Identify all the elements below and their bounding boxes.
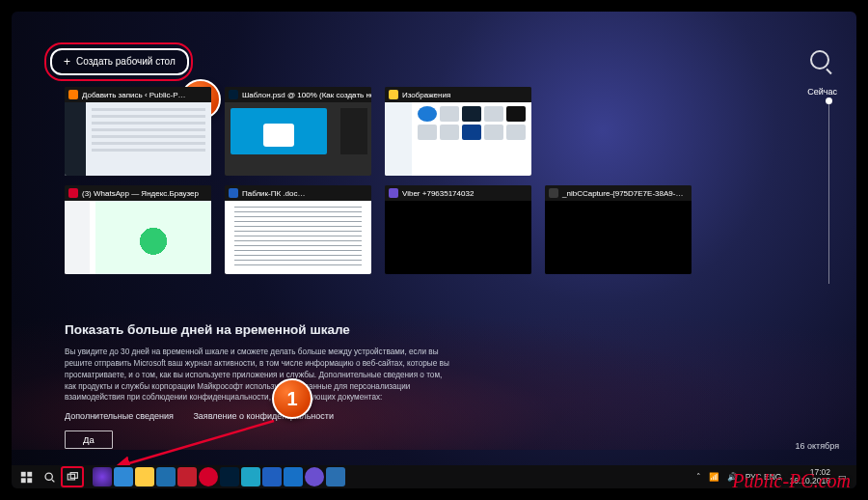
svg-rect-0	[20, 471, 25, 476]
plus-icon: +	[64, 56, 70, 68]
card-viber[interactable]: Viber +79635174032	[385, 185, 531, 274]
thumb-word	[225, 201, 371, 274]
card-photoshop[interactable]: Шаблон.psd @ 100% (Как создать несколько…	[225, 87, 371, 176]
taskbar-app-viber[interactable]	[305, 467, 324, 486]
taskbar-app-word[interactable]	[262, 467, 282, 486]
card-yandex[interactable]: (3) WhatsApp — Яндекс.Браузер	[65, 185, 211, 274]
taskbar-app-2[interactable]	[114, 467, 133, 486]
promo-link-privacy[interactable]: Заявление о конфиденциальности	[193, 411, 334, 421]
card-word[interactable]: Паблик-ПК .doc…	[225, 185, 371, 274]
new-desktop-button[interactable]: + Создать рабочий стол	[50, 48, 189, 75]
svg-rect-7	[70, 472, 77, 478]
thumb-capture	[545, 201, 692, 274]
svg-line-5	[51, 479, 53, 481]
task-view-screen: + Создать рабочий стол 2 Сейчас 16 октяб…	[12, 12, 856, 488]
thumb-explorer	[385, 102, 531, 176]
timeline-date: 16 октября	[796, 441, 839, 451]
svg-rect-3	[27, 478, 32, 483]
timeline-now-label: Сейчас	[807, 87, 837, 97]
timeline-cards-grid: Добавить запись ‹ Public-P… Шаблон.psd @…	[65, 87, 692, 274]
task-view-button[interactable]	[62, 467, 83, 486]
thumb-photoshop	[225, 102, 371, 176]
yandex-icon	[68, 188, 78, 198]
firefox-icon	[68, 90, 78, 99]
timeline-promo: Показать больше дней на временной шкале …	[65, 322, 470, 449]
taskbar-app-opera[interactable]	[177, 467, 197, 486]
taskbar-app-explorer[interactable]	[135, 467, 154, 486]
viber-icon	[389, 188, 398, 198]
explorer-icon	[389, 90, 398, 99]
promo-link-more[interactable]: Дополнительные сведения	[65, 411, 174, 421]
search-button[interactable]	[39, 467, 60, 486]
thumb-yandex	[65, 201, 211, 274]
thumb-viber	[385, 201, 531, 274]
svg-point-4	[45, 473, 52, 480]
search-icon[interactable]	[810, 50, 829, 69]
taskbar: ˄ 📶 🔊 РУС ENG 17:02 16.10.2018 ▭	[12, 465, 856, 488]
word-icon	[229, 188, 238, 198]
promo-yes-button[interactable]: Да	[65, 431, 113, 449]
start-button[interactable]	[15, 467, 37, 486]
tray-chevron-icon[interactable]: ˄	[696, 472, 701, 482]
taskbar-app-mail[interactable]	[284, 467, 303, 486]
annotation-badge-1: 1	[272, 378, 312, 419]
promo-title: Показать больше дней на временной шкале	[65, 322, 470, 339]
taskbar-app-ps[interactable]	[220, 467, 239, 486]
taskbar-app-yandex[interactable]	[199, 467, 218, 486]
svg-rect-6	[68, 474, 74, 480]
card-firefox[interactable]: Добавить запись ‹ Public-P…	[65, 87, 211, 176]
svg-rect-1	[27, 471, 32, 476]
photoshop-icon	[229, 90, 238, 99]
taskbar-app-chat[interactable]	[241, 467, 260, 486]
promo-body: Вы увидите до 30 дней на временной шкале…	[65, 347, 450, 403]
taskbar-app-1[interactable]	[93, 467, 112, 486]
svg-rect-2	[20, 478, 25, 483]
card-capture[interactable]: _nibCCapture-{975D7E7E-38A9-…	[545, 185, 692, 274]
capture-icon	[549, 188, 558, 198]
timeline-scrollbar[interactable]	[828, 100, 829, 284]
thumb-firefox	[65, 102, 211, 176]
new-desktop-label: Создать рабочий стол	[76, 51, 176, 72]
card-explorer[interactable]: Изображения	[385, 87, 531, 176]
taskbar-app-misc[interactable]	[326, 467, 345, 486]
tray-network-icon[interactable]: 📶	[709, 472, 719, 482]
watermark: Public-PC.com	[732, 470, 851, 492]
taskbar-app-store[interactable]	[156, 467, 176, 486]
